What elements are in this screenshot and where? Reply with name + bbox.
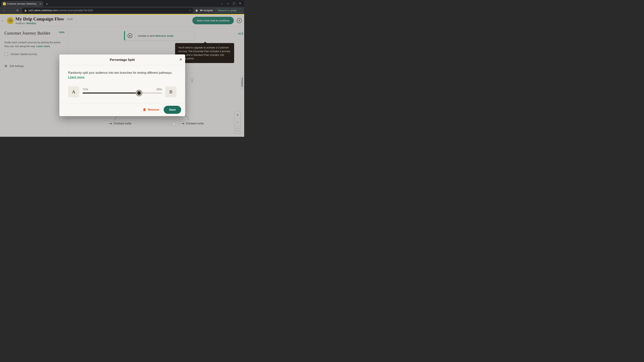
url-bar[interactable]: 🔒 us21.admin.mailchimp.com/customer-jour… xyxy=(22,8,194,13)
extensions-icon[interactable]: ▣ xyxy=(196,9,198,12)
modal-close-button[interactable]: × xyxy=(180,57,182,62)
tab-title: Customer Journeys | Mailchimp xyxy=(7,3,38,5)
slider-thumb[interactable] xyxy=(136,90,142,96)
window-maximize-icon[interactable]: ▢ xyxy=(233,2,235,5)
window-controls: ⌄ — ▢ ✕ xyxy=(218,0,244,7)
new-tab-button[interactable]: ＋ xyxy=(44,1,49,6)
tab-close-icon[interactable]: ✕ xyxy=(40,2,42,5)
tab-dropdown-icon[interactable]: ⌄ xyxy=(221,2,223,5)
nav-back-icon[interactable]: ← xyxy=(2,8,6,13)
save-label: Save xyxy=(169,108,176,111)
nav-reload-icon[interactable]: ⟳ xyxy=(15,8,20,13)
split-slider[interactable]: 71% 29% xyxy=(82,90,162,93)
modal-desc-text: Randomly split your audience into two br… xyxy=(68,71,172,74)
mailchimp-favicon: 🐵 xyxy=(3,2,6,5)
remove-button[interactable]: 🗑 Remove xyxy=(143,108,159,112)
relaunch-button[interactable]: Relaunch to update ⋮ xyxy=(215,8,242,13)
browser-toolbar: ← → ⟳ 🔒 us21.admin.mailchimp.com/custome… xyxy=(0,7,244,14)
relaunch-label: Relaunch to update xyxy=(218,9,237,12)
incognito-badge[interactable]: 🕶 Incognito xyxy=(200,9,213,12)
trash-icon: 🗑 xyxy=(143,108,146,112)
incognito-icon: 🕶 xyxy=(200,9,202,12)
url-path: /customer-journey/builder?id=3632 xyxy=(57,9,93,12)
kebab-icon: ⋮ xyxy=(238,9,240,12)
browser-tab[interactable]: 🐵 Customer Journeys | Mailchimp ✕ xyxy=(1,1,43,7)
slider-fill xyxy=(82,92,139,93)
pct-a-label: 71% xyxy=(82,88,88,91)
branch-b-badge: B xyxy=(165,86,176,97)
modal-description: Randomly split your audience into two br… xyxy=(68,70,176,80)
bookmark-star-icon[interactable]: ☆ xyxy=(189,9,191,12)
lock-icon: 🔒 xyxy=(24,9,27,12)
pct-b-label: 29% xyxy=(156,88,162,91)
nav-forward-icon[interactable]: → xyxy=(8,8,13,13)
save-button[interactable]: Save xyxy=(164,106,181,114)
window-close-icon[interactable]: ✕ xyxy=(239,2,241,5)
url-host: us21.admin.mailchimp.com xyxy=(28,9,57,12)
incognito-label: Incognito xyxy=(204,9,213,12)
remove-label: Remove xyxy=(148,108,159,111)
browser-tabstrip: 🐵 Customer Journeys | Mailchimp ✕ ＋ ⌄ — … xyxy=(0,0,244,7)
window-minimize-icon[interactable]: — xyxy=(227,2,229,5)
slider-track[interactable] xyxy=(82,92,162,93)
branch-a-badge: A xyxy=(68,86,79,97)
modal-title: Percentage Split xyxy=(110,58,135,62)
modal-learn-more-link[interactable]: Learn more xyxy=(68,76,84,79)
percentage-split-modal: Percentage Split × Randomly split your a… xyxy=(59,54,185,116)
